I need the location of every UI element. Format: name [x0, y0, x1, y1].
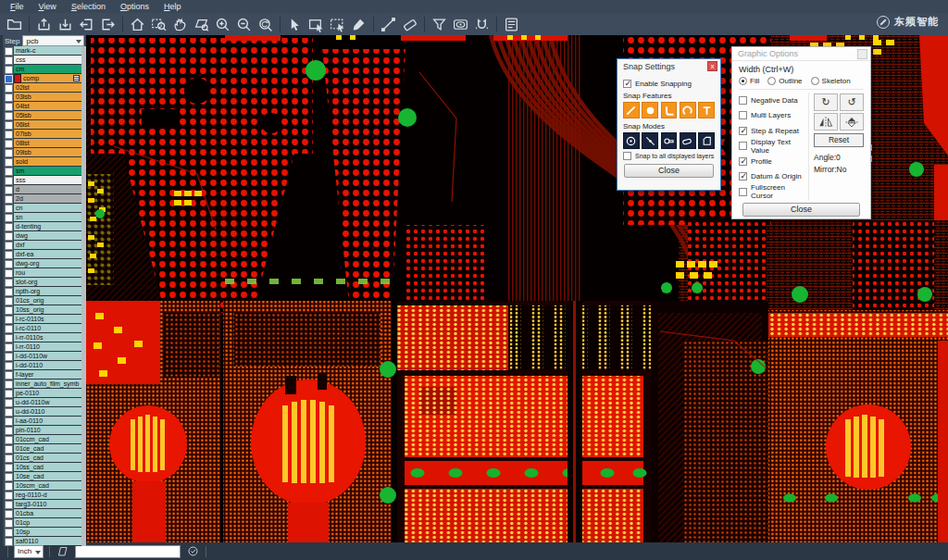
layer-visibility-checkbox[interactable] [3, 398, 14, 407]
layer-visibility-checkbox[interactable] [3, 148, 14, 157]
width-radio[interactable]: Skeleton [811, 77, 851, 85]
layer-row[interactable]: cm [3, 65, 81, 74]
rotate-ccw-icon[interactable]: ↺ [840, 93, 864, 111]
graphic-checkbox-row[interactable]: Negative Data [739, 93, 808, 108]
layer-row[interactable]: 06lst [3, 120, 81, 130]
page-arrow-left-icon[interactable] [77, 15, 96, 34]
checkbox[interactable] [739, 96, 747, 105]
layer-visibility-checkbox[interactable] [3, 324, 14, 333]
filter-funnel-icon[interactable] [430, 15, 449, 34]
layer-visibility-checkbox[interactable] [3, 139, 14, 148]
layer-row[interactable]: dwg-org [3, 259, 81, 268]
layer-row[interactable]: reg-0110-d [3, 491, 81, 500]
layer-visibility-checkbox[interactable] [3, 102, 14, 111]
zoom-window-icon[interactable] [149, 15, 168, 34]
close-icon[interactable] [857, 49, 867, 59]
layer-row[interactable]: dxf-ea [3, 250, 81, 259]
snap-mode-slot-button[interactable] [680, 132, 696, 149]
layer-visibility-checkbox[interactable] [3, 194, 14, 204]
layer-visibility-checkbox[interactable] [3, 120, 14, 130]
layer-row[interactable]: u-dd-0110 [3, 407, 81, 417]
layer-row[interactable]: 01ce_cad [3, 444, 81, 454]
layer-row[interactable]: 08lst [3, 139, 81, 148]
layer-visibility-checkbox[interactable] [3, 65, 14, 74]
radio-dot[interactable] [739, 77, 747, 85]
reset-button[interactable]: Reset [814, 133, 864, 147]
layer-visibility-checkbox[interactable] [3, 222, 14, 231]
layer-row[interactable]: pe-0110 [3, 389, 81, 398]
layer-row[interactable]: i-rr-0110s [3, 333, 81, 342]
snap-feature-pad-button[interactable] [642, 102, 658, 118]
checkbox[interactable] [739, 172, 747, 180]
layer-visibility-checkbox[interactable] [3, 518, 14, 528]
graphic-checkbox-row[interactable]: Fullscreen Cursor [739, 184, 808, 200]
graphic-dialog-titlebar[interactable]: Graphic Options [732, 47, 870, 61]
snap-dialog-titlebar[interactable]: Snap Settings x [617, 59, 720, 73]
zoom-polygon-icon[interactable] [192, 15, 211, 34]
snap-mode-contour-button[interactable] [698, 132, 715, 149]
layer-row[interactable]: 2d [3, 194, 81, 204]
snap-all-layers-checkbox-row[interactable]: Snap to all displayed layers [623, 152, 715, 160]
layer-visibility-checkbox[interactable] [3, 352, 14, 361]
checkbox[interactable] [739, 188, 747, 196]
snap-mode-edge-button[interactable] [642, 132, 658, 149]
graphic-checkbox-row[interactable]: Step & Repeat [739, 123, 808, 139]
mirror-vertical-icon[interactable] [840, 113, 864, 131]
select-rect-icon[interactable] [306, 15, 326, 34]
layer-row[interactable]: 02lst [3, 83, 81, 93]
checkbox[interactable] [623, 80, 631, 88]
layer-visibility-checkbox[interactable] [3, 509, 14, 518]
layer-visibility-checkbox[interactable] [3, 454, 14, 463]
layer-row[interactable]: sold [3, 157, 81, 167]
layer-visibility-checkbox[interactable] [3, 370, 14, 380]
layer-visibility-checkbox[interactable] [3, 185, 14, 194]
graphic-checkbox-row[interactable]: Display Text Value [739, 139, 808, 155]
graphic-checkbox-row[interactable]: Profile [739, 154, 808, 169]
layer-row[interactable]: i-dd-0110 [3, 361, 81, 370]
layer-visibility-checkbox[interactable] [3, 83, 14, 93]
layer-visibility-checkbox[interactable] [3, 528, 14, 537]
layer-visibility-checkbox[interactable] [3, 444, 14, 454]
layer-row[interactable]: 10scm_cad [3, 481, 81, 491]
layer-visibility-checkbox[interactable] [3, 176, 14, 185]
layer-visibility-checkbox[interactable] [3, 463, 14, 472]
layer-row[interactable]: css [3, 56, 81, 65]
layer-visibility-checkbox[interactable] [3, 241, 14, 250]
layer-visibility-checkbox[interactable] [3, 407, 14, 417]
checkbox[interactable] [739, 142, 747, 150]
zoom-in-icon[interactable] [213, 15, 232, 34]
rotate-cw-icon[interactable]: ↻ [814, 93, 838, 111]
layer-row[interactable]: 01cba [3, 509, 81, 518]
checkbox[interactable] [739, 157, 747, 166]
pcb-canvas[interactable]: Snap Settings x Enable Snapping Snap Fea… [86, 35, 948, 542]
select-group-icon[interactable] [328, 15, 347, 34]
layer-row[interactable]: 10ss_cad [3, 463, 81, 472]
layer-row[interactable]: 03lsb [3, 93, 81, 102]
snap-mode-center-button[interactable] [623, 132, 640, 149]
layer-row[interactable]: targ3-0110 [3, 500, 81, 509]
layer-visibility-checkbox[interactable] [3, 305, 14, 315]
layer-row[interactable]: i-rr-0110 [3, 342, 81, 352]
layer-row[interactable]: 01cs_orig [3, 296, 81, 305]
unit-select[interactable]: Inch [14, 545, 44, 558]
report-icon[interactable] [502, 15, 521, 34]
layer-visibility-checkbox[interactable] [3, 93, 14, 102]
layer-row[interactable]: 09lsb [3, 148, 81, 157]
step-select[interactable]: pcb [22, 35, 84, 46]
radio-dot[interactable] [811, 77, 819, 85]
layer-visibility-checkbox[interactable] [3, 389, 14, 398]
box-arrow-up-icon[interactable] [34, 15, 54, 34]
snap-feature-corner-button[interactable] [661, 102, 678, 118]
layer-row[interactable]: f-layer [3, 370, 81, 380]
layer-visibility-checkbox[interactable] [3, 250, 14, 259]
layer-row[interactable]: 07lsb [3, 130, 81, 139]
layer-row[interactable]: dxf [3, 241, 81, 250]
zoom-out-icon[interactable] [234, 15, 254, 34]
snap-mode-key-button[interactable] [661, 132, 678, 149]
layer-row[interactable]: 10se_cad [3, 472, 81, 481]
layer-row[interactable]: i-rc-0110s [3, 315, 81, 324]
layer-visibility-checkbox[interactable] [3, 167, 14, 176]
layer-visibility-checkbox[interactable] [3, 157, 14, 167]
layer-visibility-checkbox[interactable] [3, 481, 14, 491]
layer-row[interactable]: d [3, 185, 81, 194]
